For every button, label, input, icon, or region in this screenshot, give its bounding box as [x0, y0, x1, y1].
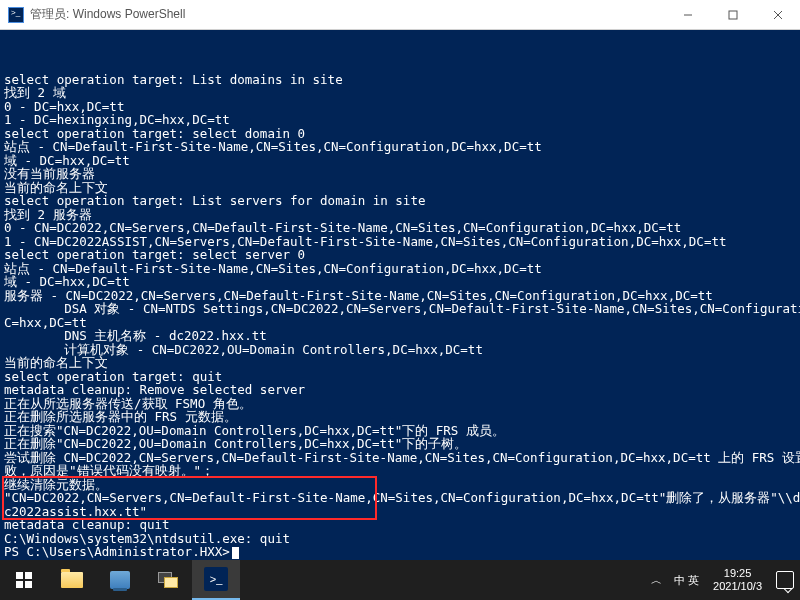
console-line: 找到 2 域	[4, 86, 796, 100]
taskbar-powershell[interactable]: >_	[192, 560, 240, 600]
titlebar[interactable]: 管理员: Windows PowerShell	[0, 0, 800, 30]
console-line: "CN=DC2022,CN=Servers,CN=Default-First-S…	[4, 491, 796, 505]
console-line: 正在删除"CN=DC2022,OU=Domain Controllers,DC=…	[4, 437, 796, 451]
console-line: 服务器 - CN=DC2022,CN=Servers,CN=Default-Fi…	[4, 289, 796, 303]
system-tray: ︿ 中 英 19:25 2021/10/3	[645, 560, 800, 600]
console-line: 继续清除元数据。	[4, 478, 796, 492]
clock-date: 2021/10/3	[713, 580, 762, 593]
console-line: 站点 - CN=Default-First-Site-Name,CN=Sites…	[4, 140, 796, 154]
clock-time: 19:25	[724, 567, 752, 580]
console-output[interactable]: select operation target: List domains in…	[0, 30, 800, 560]
console-line: 正在搜索"CN=DC2022,OU=Domain Controllers,DC=…	[4, 424, 796, 438]
svg-rect-6	[16, 581, 23, 588]
start-button[interactable]	[0, 560, 48, 600]
clock[interactable]: 19:25 2021/10/3	[705, 560, 770, 600]
svg-rect-4	[16, 572, 23, 579]
console-line: 域 - DC=hxx,DC=tt	[4, 154, 796, 168]
console-line: 0 - CN=DC2022,CN=Servers,CN=Default-Firs…	[4, 221, 796, 235]
svg-rect-5	[25, 572, 32, 579]
minimize-button[interactable]	[665, 0, 710, 30]
console-line: PS C:\Users\Administrator.HXX>	[4, 545, 796, 559]
console-line: 计算机对象 - CN=DC2022,OU=Domain Controllers,…	[4, 343, 796, 357]
console-line: DNS 主机名称 - dc2022.hxx.tt	[4, 329, 796, 343]
console-line: 1 - CN=DC2022ASSIST,CN=Servers,CN=Defaul…	[4, 235, 796, 249]
console-line: DSA 对象 - CN=NTDS Settings,CN=DC2022,CN=S…	[4, 302, 796, 316]
console-line: 站点 - CN=Default-First-Site-Name,CN=Sites…	[4, 262, 796, 276]
console-line: c2022assist.hxx.tt"	[4, 505, 796, 519]
cursor	[232, 547, 239, 559]
console-line: 尝试删除 CN=DC2022,CN=Servers,CN=Default-Fir…	[4, 451, 796, 465]
console-line: C=hxx,DC=tt	[4, 316, 796, 330]
taskbar-file-explorer[interactable]	[48, 560, 96, 600]
console-line: 没有当前服务器	[4, 167, 796, 181]
svg-rect-7	[25, 581, 32, 588]
console-line: 当前的命名上下文	[4, 356, 796, 370]
console-line: select operation target: List servers fo…	[4, 194, 796, 208]
console-line: select operation target: select domain 0	[4, 127, 796, 141]
taskbar-server-manager[interactable]	[96, 560, 144, 600]
taskbar[interactable]: >_ ︿ 中 英 19:25 2021/10/3	[0, 560, 800, 600]
console-line: metadata cleanup: Remove selected server	[4, 383, 796, 397]
powershell-taskbar-icon: >_	[204, 567, 228, 591]
window-title: 管理员: Windows PowerShell	[30, 6, 665, 23]
console-line: 找到 2 服务器	[4, 208, 796, 222]
svg-rect-1	[729, 11, 737, 19]
folder-icon	[61, 572, 83, 588]
close-button[interactable]	[755, 0, 800, 30]
ime-status[interactable]: 中 英	[668, 560, 705, 600]
maximize-button[interactable]	[710, 0, 755, 30]
console-line: select operation target: quit	[4, 370, 796, 384]
console-line: 正在从所选服务器传送/获取 FSMO 角色。	[4, 397, 796, 411]
console-line: 正在删除所选服务器中的 FRS 元数据。	[4, 410, 796, 424]
tray-chevron-up-icon[interactable]: ︿	[645, 560, 668, 600]
console-line: 败，原因是"错误代码没有映射。"；	[4, 464, 796, 478]
console-line: C:\Windows\system32\ntdsutil.exe: quit	[4, 532, 796, 546]
powershell-icon	[8, 7, 24, 23]
notifications-icon[interactable]	[770, 560, 800, 600]
taskbar-app-stack[interactable]	[144, 560, 192, 600]
server-icon	[110, 571, 130, 589]
console-line: select operation target: List domains in…	[4, 73, 796, 87]
console-line: 1 - DC=hexingxing,DC=hxx,DC=tt	[4, 113, 796, 127]
powershell-window: 管理员: Windows PowerShell select operation…	[0, 0, 800, 600]
console-line: metadata cleanup: quit	[4, 518, 796, 532]
console-line: 当前的命名上下文	[4, 181, 796, 195]
console-line: 0 - DC=hxx,DC=tt	[4, 100, 796, 114]
stack-icon	[158, 572, 178, 588]
console-line: 域 - DC=hxx,DC=tt	[4, 275, 796, 289]
console-line: select operation target: select server 0	[4, 248, 796, 262]
